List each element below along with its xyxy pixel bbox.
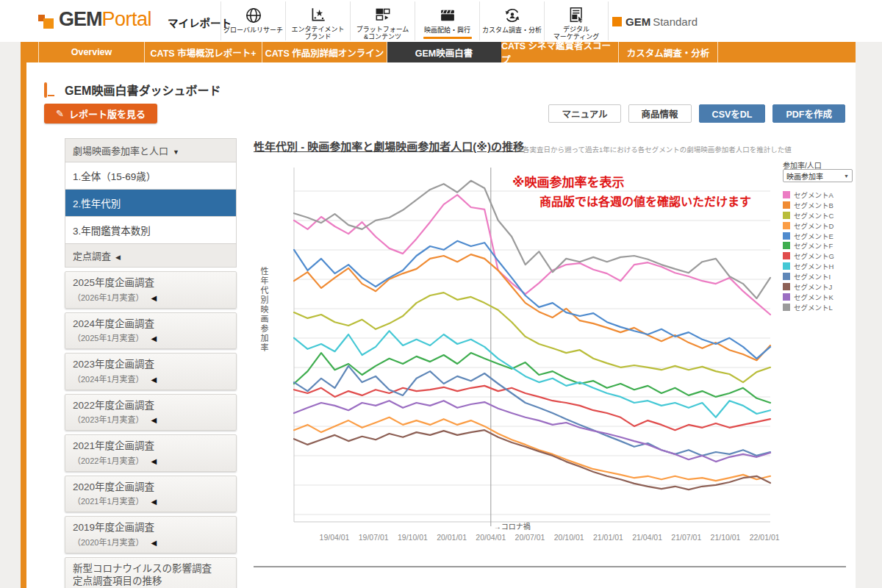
- card-subtitle: （2025年1月実査）◀: [73, 331, 229, 343]
- tab-2[interactable]: CATS 市場概況レポート+: [145, 42, 262, 62]
- page-title: GEM映画白書ダッシュボード: [65, 81, 220, 98]
- legend-item[interactable]: セグメントL: [783, 302, 834, 312]
- legend-item[interactable]: セグメントH: [783, 261, 834, 271]
- toolbar-button-4[interactable]: PDFを作成: [772, 104, 845, 123]
- header-nav-globe[interactable]: グローバルリサーチ: [220, 1, 285, 40]
- view-report-button[interactable]: ✎ レポート版を見る: [44, 104, 157, 123]
- globe-icon: [244, 5, 263, 25]
- sidebar-card[interactable]: 2023年度企画調査（2024年1月実査）◀: [65, 353, 237, 390]
- toolbar-button-2[interactable]: 商品情報: [628, 104, 692, 123]
- legend-swatch: [783, 222, 790, 229]
- sidebar-card[interactable]: 2021年度企画調査（2022年1月実査）◀: [65, 434, 237, 472]
- legend-item[interactable]: セグメントD: [783, 220, 834, 231]
- sidebar-card[interactable]: 2022年度企画調査（2023年1月実査）◀: [65, 394, 237, 431]
- legend-swatch: [783, 262, 790, 270]
- chart-panel: 性年代別 - 映画参加率と劇場映画参加者人口(※)の推移 ※各実査日から遡って過…: [254, 138, 850, 579]
- legend-swatch: [783, 304, 790, 311]
- sidebar-card[interactable]: 2019年度企画調査（2020年1月実査）◀: [65, 516, 237, 553]
- header-nav-platform-content[interactable]: プラットフォーム &コンテンツ: [350, 1, 415, 40]
- tab-1[interactable]: Overview: [38, 42, 145, 62]
- svg-text:22/01/01: 22/01/01: [750, 533, 780, 542]
- legend-item[interactable]: セグメントG: [783, 251, 834, 261]
- series-line-セグメントK: [294, 401, 770, 462]
- card-title: 2020年度企画調査: [73, 481, 229, 494]
- triangle-icon: ◀: [151, 294, 157, 302]
- logo-text-gem: GEM: [59, 8, 102, 31]
- sidebar-item[interactable]: 3.年間鑑賞本数別: [65, 216, 237, 243]
- chart-footnote: ※各実査日から遡って過去1年における各セグメントの劇場映画参加者人口を推計した値: [517, 144, 792, 154]
- tab-4[interactable]: GEM映画白書: [387, 42, 501, 62]
- legend-item[interactable]: セグメントC: [783, 210, 834, 220]
- legend-item[interactable]: セグメントB: [783, 200, 834, 210]
- triangle-icon: ◀: [151, 416, 157, 424]
- sidebar-card[interactable]: 2025年度企画調査（2026年1月実査）◀: [65, 271, 237, 309]
- sidebar-item[interactable]: 1.全体（15-69歳）: [65, 162, 237, 189]
- header-nav-clapperboard[interactable]: 映画配給・興行: [415, 1, 479, 40]
- svg-text:21/01/01: 21/01/01: [593, 533, 623, 542]
- legend-swatch: [783, 232, 790, 240]
- card-title: 2025年度企画調査: [73, 276, 229, 290]
- series-line-セグメントA: [294, 195, 770, 315]
- sidebar-card[interactable]: 2020年度企画調査（2021年1月実査）◀: [65, 476, 237, 513]
- card-subtitle: （2023年1月実査）◀: [73, 413, 229, 425]
- gem-standard-logo[interactable]: GEM Standard: [612, 15, 698, 28]
- triangle-icon: ◀: [151, 498, 157, 506]
- card-title: 2024年度企画調査: [73, 318, 229, 331]
- card-title-line2: 定点調査項目の推移: [73, 575, 229, 588]
- legend-swatch: [783, 242, 790, 249]
- gem-portal-logo[interactable]: GEM Portal: [38, 8, 151, 31]
- top-header: GEM Portal マイレポート グローバルリサーチエンタテイメント ブランド…: [0, 0, 882, 42]
- chart-title-link[interactable]: 性年代別 - 映画参加率と劇場映画参加者人口(※)の推移: [254, 138, 524, 154]
- triangle-icon: ◀: [151, 334, 157, 343]
- tab-5[interactable]: CATS シネマ鑑賞者スコープ: [501, 42, 619, 62]
- clapperboard-icon: [438, 5, 457, 25]
- legend-swatch: [783, 293, 790, 301]
- series-line-セグメントH: [294, 331, 770, 417]
- sidebar-item[interactable]: 2.性年代別: [65, 189, 237, 216]
- chart-legend: セグメントAセグメントBセグメントCセグメントDセグメントEセグメントFセグメン…: [783, 190, 834, 312]
- svg-text:21/10/01: 21/10/01: [711, 533, 741, 542]
- tab-3[interactable]: CATS 作品別詳細オンライン: [262, 42, 387, 62]
- legend-item[interactable]: セグメントA: [783, 190, 834, 200]
- header-nav-digital-marketing[interactable]: デジタル マーケティング: [544, 1, 609, 40]
- legend-item[interactable]: セグメントI: [783, 271, 834, 282]
- toolbar-button-3[interactable]: CSVをDL: [699, 104, 766, 123]
- left-accent-strip: [21, 42, 26, 588]
- svg-text:21/04/01: 21/04/01: [632, 533, 662, 542]
- chart-overlay-note-2: 商品版では各週の値を確認いただけます: [539, 192, 751, 209]
- sidebar-card[interactable]: 2024年度企画調査（2025年1月実査）◀: [65, 312, 237, 350]
- header-nav-star-chart[interactable]: エンタテイメント ブランド: [285, 1, 350, 40]
- rate-population-select[interactable]: 映画参加率 ▼: [783, 169, 853, 182]
- legend-item[interactable]: セグメントJ: [783, 282, 834, 292]
- legend-swatch: [783, 252, 790, 259]
- chevron-down-icon: ▼: [844, 173, 849, 179]
- triangle-icon: ◀: [151, 376, 157, 384]
- toolbar-button-1[interactable]: マニュアル: [548, 104, 620, 123]
- svg-text:→コロナ禍: →コロナ禍: [494, 522, 531, 531]
- triangle-icon: ◀: [151, 457, 157, 465]
- toolbar: マニュアル商品情報CSVをDLPDFを作成: [548, 104, 845, 123]
- header-nav-label: カスタム調査・分析: [482, 26, 542, 34]
- header-nav-label: グローバルリサーチ: [223, 26, 283, 34]
- svg-text:20/01/01: 20/01/01: [437, 533, 467, 542]
- card-subtitle: （2021年1月実査）◀: [73, 495, 229, 506]
- header-nav-person-sync[interactable]: カスタム調査・分析: [479, 1, 544, 40]
- sidebar-card[interactable]: 新型コロナウイルスの影響調査定点調査項目の推移最新調査回：第11回（2021年6…: [65, 557, 237, 588]
- legend-swatch: [783, 191, 790, 198]
- card-title: 2023年度企画調査: [73, 358, 229, 371]
- svg-text:20/04/01: 20/04/01: [476, 533, 506, 542]
- legend-item[interactable]: セグメントK: [783, 292, 834, 302]
- tab-6[interactable]: カスタム調査・分析: [619, 42, 718, 62]
- legend-swatch: [783, 283, 790, 290]
- card-subtitle: （2024年1月実査）◀: [73, 373, 229, 384]
- content-card: GEM映画白書ダッシュボード ✎ レポート版を見る マニュアル商品情報CSVをD…: [26, 62, 856, 588]
- sidebar-section-header[interactable]: 定点調査◀: [65, 243, 237, 268]
- card-title: 2021年度企画調査: [73, 440, 229, 453]
- brand-text-gem: GEM: [625, 15, 650, 28]
- gem-logo-mark-icon: [38, 10, 56, 31]
- star-chart-icon: [309, 5, 328, 24]
- sidebar-section-header[interactable]: 劇場映画参加率と人口▼: [65, 138, 237, 162]
- legend-item[interactable]: セグメントE: [783, 231, 834, 241]
- legend-item[interactable]: セグメントF: [783, 240, 834, 251]
- svg-text:19/07/01: 19/07/01: [359, 533, 389, 542]
